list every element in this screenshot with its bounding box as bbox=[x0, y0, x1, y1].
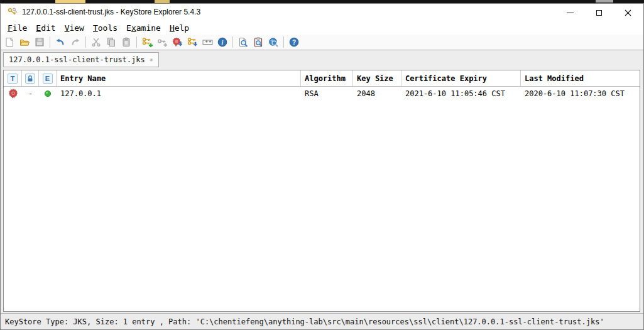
row-last-modified: 2020-6-10 11:07:30 CST bbox=[521, 89, 640, 98]
background-window-artifact bbox=[596, 0, 613, 3]
header-last-modified[interactable]: Last Modified bbox=[521, 70, 640, 86]
save-keystore-button[interactable] bbox=[32, 35, 47, 49]
undo-icon bbox=[55, 37, 65, 47]
paste-clipboard-icon bbox=[121, 37, 131, 47]
header-entry-name[interactable]: Entry Name bbox=[57, 70, 301, 86]
menu-tools[interactable]: Tools bbox=[89, 22, 122, 34]
help-button[interactable]: ? bbox=[287, 35, 302, 49]
header-key-size[interactable]: Key Size bbox=[353, 70, 401, 86]
status-valid-icon bbox=[44, 90, 52, 97]
header-expiry-column[interactable]: E bbox=[39, 70, 57, 86]
toolbar-separator bbox=[50, 36, 50, 48]
title-bar[interactable]: 127.0.0.1-ssl-client-trust.jks - KeyStor… bbox=[1, 4, 643, 21]
menu-view[interactable]: View bbox=[60, 22, 89, 34]
keystore-tab[interactable]: 127.0.0.1-ssl-client-trust.jks ✳ bbox=[3, 52, 159, 67]
tab-label: 127.0.0.1-ssl-client-trust.jks bbox=[9, 55, 145, 64]
row-algorithm: RSA bbox=[301, 89, 353, 98]
keystore-explorer-window: 127.0.0.1-ssl-client-trust.jks - KeyStor… bbox=[0, 3, 644, 330]
row-entry-name: 127.0.0.1 bbox=[57, 89, 301, 98]
menu-edit[interactable]: Edit bbox=[31, 22, 60, 34]
maximize-icon bbox=[596, 10, 602, 16]
examine-ssl-globe-icon bbox=[268, 37, 278, 47]
import-trusted-certificate-icon bbox=[172, 37, 183, 47]
toolbar-separator bbox=[85, 36, 86, 48]
import-key-pair-button[interactable] bbox=[185, 35, 200, 49]
cut-scissors-icon bbox=[91, 37, 101, 47]
paste-button[interactable] bbox=[119, 35, 134, 49]
set-password-icon: ** bbox=[202, 37, 213, 47]
svg-text:**: ** bbox=[205, 40, 212, 46]
generate-key-pair-icon bbox=[142, 37, 153, 47]
toolbar-separator bbox=[283, 36, 284, 48]
menu-bar: File Edit View Tools Examine Help bbox=[1, 21, 643, 35]
table-row[interactable]: - 127.0.0.1 RSA 2048 2021-6-10 11:05:46 … bbox=[4, 87, 640, 101]
open-keystore-button[interactable] bbox=[17, 35, 32, 49]
svg-text:i: i bbox=[222, 39, 224, 46]
generate-key-pair-button[interactable] bbox=[139, 35, 155, 49]
examine-clipboard-button[interactable] bbox=[251, 35, 266, 49]
examine-ssl-button[interactable] bbox=[266, 35, 281, 49]
table-header: T E Entry Name Algorithm Key Size C bbox=[4, 70, 640, 87]
expiry-column-icon: E bbox=[43, 74, 53, 84]
toolbar: ** i bbox=[1, 35, 643, 50]
tab-close-icon[interactable]: ✳ bbox=[150, 57, 153, 63]
row-expiry-status-cell bbox=[39, 90, 57, 97]
minimize-button[interactable] bbox=[555, 4, 584, 21]
save-disk-icon bbox=[35, 37, 45, 47]
copy-icon bbox=[106, 37, 116, 47]
keystore-entries-panel: T E Entry Name Algorithm Key Size C bbox=[3, 70, 640, 312]
generate-secret-key-button[interactable] bbox=[155, 35, 170, 49]
row-type-cell bbox=[4, 89, 22, 99]
properties-button[interactable]: i bbox=[215, 35, 230, 49]
menu-examine[interactable]: Examine bbox=[122, 22, 165, 34]
examine-file-icon bbox=[238, 37, 248, 47]
tab-bar: 127.0.0.1-ssl-client-trust.jks ✳ bbox=[1, 50, 643, 67]
help-icon: ? bbox=[289, 37, 299, 47]
row-key-size: 2048 bbox=[353, 89, 401, 98]
examine-clipboard-icon bbox=[253, 37, 263, 47]
header-lock-column[interactable] bbox=[22, 70, 39, 86]
type-column-icon: T bbox=[8, 74, 18, 84]
toolbar-separator bbox=[136, 36, 137, 48]
header-type-column[interactable]: T bbox=[4, 70, 22, 86]
generate-secret-key-icon bbox=[157, 37, 168, 47]
svg-text:?: ? bbox=[292, 39, 296, 46]
app-keys-icon bbox=[7, 7, 18, 20]
redo-button[interactable] bbox=[68, 35, 83, 49]
cut-button[interactable] bbox=[89, 35, 104, 49]
copy-button[interactable] bbox=[104, 35, 119, 49]
new-keystore-button[interactable] bbox=[2, 35, 17, 49]
trusted-certificate-icon bbox=[8, 89, 18, 99]
properties-info-icon: i bbox=[217, 37, 227, 47]
header-algorithm[interactable]: Algorithm bbox=[301, 70, 353, 86]
open-folder-icon bbox=[19, 37, 30, 47]
set-password-button[interactable]: ** bbox=[200, 35, 215, 49]
status-bar: KeyStore Type: JKS, Size: 1 entry , Path… bbox=[1, 313, 643, 329]
main-area: T E Entry Name Algorithm Key Size C bbox=[1, 67, 643, 313]
window-title: 127.0.0.1-ssl-client-trust.jks - KeyStor… bbox=[22, 8, 200, 16]
close-button[interactable] bbox=[613, 4, 642, 21]
examine-file-button[interactable] bbox=[236, 35, 251, 49]
lock-icon bbox=[25, 74, 35, 84]
redo-icon bbox=[70, 37, 80, 47]
lock-na-dash: - bbox=[28, 89, 33, 98]
undo-button[interactable] bbox=[53, 35, 68, 49]
close-icon bbox=[625, 9, 631, 16]
row-lock-cell: - bbox=[22, 89, 39, 98]
menu-help[interactable]: Help bbox=[165, 22, 194, 34]
import-key-pair-icon bbox=[187, 37, 198, 47]
header-certificate-expiry[interactable]: Certificate Expiry bbox=[401, 70, 521, 86]
import-trusted-certificate-button[interactable] bbox=[170, 35, 185, 49]
row-certificate-expiry: 2021-6-10 11:05:46 CST bbox=[401, 89, 521, 98]
toolbar-separator bbox=[232, 36, 233, 48]
maximize-button[interactable] bbox=[584, 4, 613, 21]
status-text: KeyStore Type: JKS, Size: 1 entry , Path… bbox=[5, 317, 604, 326]
minimize-icon bbox=[567, 13, 574, 13]
menu-file[interactable]: File bbox=[3, 22, 31, 34]
new-file-icon bbox=[4, 37, 14, 47]
